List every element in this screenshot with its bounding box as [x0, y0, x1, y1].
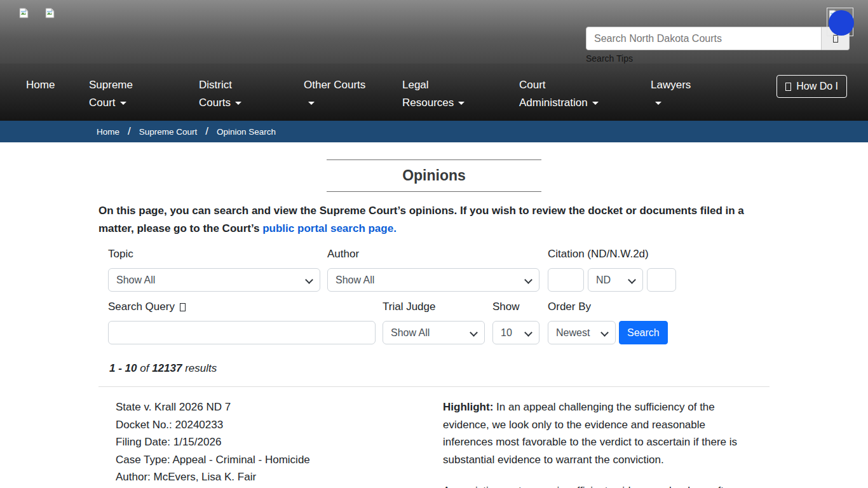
chevron-down-icon	[458, 102, 465, 105]
breadcrumb: Home / Supreme Court / Opinion Search	[0, 121, 868, 142]
result-docket: Docket No.: 20240233	[116, 416, 443, 434]
broken-image-icon[interactable]	[45, 8, 55, 18]
nav-label: Home	[26, 76, 89, 94]
search-tips-link[interactable]: Search Tips	[586, 53, 633, 64]
results-of: of	[140, 362, 149, 374]
topic-label: Topic	[108, 248, 320, 261]
show-label: Show	[492, 301, 539, 313]
breadcrumb-separator: /	[205, 125, 208, 138]
intro-text: On this page, you can search and view th…	[98, 205, 744, 234]
chevron-down-icon	[120, 102, 126, 105]
nav-label: Supreme	[89, 76, 199, 94]
citation-label: Citation (ND/N.W.2d)	[548, 248, 676, 261]
chevron-down-icon	[235, 102, 241, 105]
info-icon	[180, 303, 186, 311]
search-query-label: Search Query	[108, 301, 376, 313]
search-query-input[interactable]	[108, 321, 376, 344]
nav-label: Court	[89, 97, 116, 109]
accessibility-button[interactable]	[829, 10, 854, 36]
result-highlight: Highlight: In an appeal challenging the …	[443, 398, 747, 488]
result-author: Author: McEvers, Lisa K. Fair	[116, 468, 443, 486]
result-case-type: Case Type: Appeal - Criminal - Homicide	[116, 451, 443, 469]
nav-item-district-courts[interactable]: District Courts	[199, 76, 304, 112]
nav-label: Legal	[402, 76, 519, 94]
search-query-group: Search Query	[108, 301, 376, 344]
main-nav: Home Supreme Court District Courts Other…	[0, 64, 868, 121]
topic-group: Topic Show All	[108, 248, 320, 292]
nav-item-lawyers[interactable]: Lawyers	[651, 76, 752, 112]
logo-strip	[19, 8, 55, 18]
trial-judge-select[interactable]: Show All	[383, 321, 485, 344]
how-do-i-button[interactable]: How Do I	[776, 75, 847, 98]
page-title: Opinions	[327, 167, 541, 184]
search-form-row-2: Search Query Trial Judge Show All Show 1…	[98, 301, 770, 344]
result-metadata: State v. Krall 2026 ND 7 Docket No.: 202…	[98, 398, 443, 488]
chevron-down-icon	[655, 102, 661, 105]
breadcrumb-supreme-court[interactable]: Supreme Court	[139, 127, 198, 137]
main-content: Opinions On this page, you can search an…	[0, 159, 770, 488]
author-group: Author Show All	[327, 248, 539, 292]
trial-judge-group: Trial Judge Show All	[383, 301, 485, 344]
page-title-box: Opinions	[327, 159, 541, 192]
nav-item-supreme-court[interactable]: Supreme Court	[89, 76, 199, 112]
nav-label: Other Courts	[304, 76, 402, 94]
results-word: results	[185, 362, 217, 374]
site-search-input[interactable]	[586, 27, 822, 50]
chevron-down-icon	[592, 102, 599, 105]
header: Search Tips	[0, 0, 868, 64]
nav-label: Administration	[519, 97, 588, 109]
breadcrumb-home[interactable]: Home	[97, 127, 119, 137]
nav-label: District	[199, 76, 304, 94]
order-by-select[interactable]: Newest	[548, 321, 616, 344]
search-button[interactable]: Search	[619, 321, 668, 344]
search-query-label-text: Search Query	[108, 301, 175, 313]
nav-label: Courts	[199, 97, 231, 109]
results-total: 12137	[152, 362, 182, 374]
show-group: Show 10	[492, 301, 539, 344]
author-label: Author	[327, 248, 539, 261]
intro-paragraph: On this page, you can search and view th…	[98, 202, 763, 238]
nav-item-other-courts[interactable]: Other Courts	[304, 76, 402, 112]
search-form-row-1: Topic Show All Author Show All Citation …	[98, 248, 770, 292]
order-by-group: Order By Newest	[548, 301, 616, 344]
results-range: 1 - 10	[109, 362, 137, 374]
result-case-title[interactable]: State v. Krall 2026 ND 7	[116, 398, 443, 416]
citation-reporter-select[interactable]: ND	[588, 268, 643, 292]
citation-number-input[interactable]	[647, 268, 676, 292]
nav-item-court-administration[interactable]: Court Administration	[519, 76, 651, 112]
trial-judge-label: Trial Judge	[383, 301, 485, 313]
how-do-i-label: How Do I	[796, 81, 838, 92]
breadcrumb-separator: /	[128, 125, 131, 138]
result-filing-date: Filing Date: 1/15/2026	[116, 433, 443, 451]
chevron-down-icon	[308, 102, 315, 105]
nav-item-home[interactable]: Home	[26, 76, 89, 94]
topic-select[interactable]: Show All	[108, 268, 320, 292]
result-item: State v. Krall 2026 ND 7 Docket No.: 202…	[98, 387, 770, 488]
nav-label: Lawyers	[651, 76, 752, 94]
public-portal-link[interactable]: public portal search page.	[262, 222, 397, 234]
citation-year-input[interactable]	[548, 268, 584, 292]
order-by-label: Order By	[548, 301, 616, 313]
breadcrumb-opinion-search: Opinion Search	[217, 127, 276, 137]
citation-group: Citation (ND/N.W.2d) ND	[548, 248, 676, 292]
accessibility-widget	[827, 8, 853, 36]
nav-item-legal-resources[interactable]: Legal Resources	[402, 76, 519, 112]
show-count-select[interactable]: 10	[492, 321, 539, 344]
header-search	[586, 27, 850, 50]
author-select[interactable]: Show All	[327, 268, 539, 292]
highlight-more-text: A conviction rests upon insufficient evi…	[443, 482, 747, 488]
question-icon	[785, 83, 791, 91]
broken-image-icon[interactable]	[19, 8, 29, 18]
nav-label: Court	[519, 76, 651, 94]
nav-label: Resources	[402, 97, 454, 109]
highlight-label: Highlight:	[443, 401, 493, 413]
results-count: 1 - 10 of 12137 results	[98, 362, 770, 375]
